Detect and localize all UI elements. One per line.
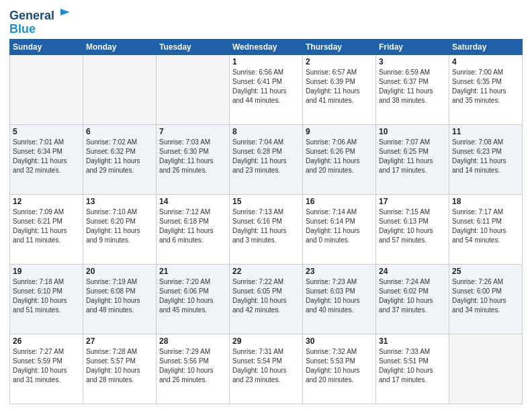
day-number: 9 xyxy=(306,127,373,136)
calendar-table: SundayMondayTuesdayWednesdayThursdayFrid… xyxy=(9,39,523,404)
svg-marker-0 xyxy=(60,9,70,15)
calendar-cell: 15Sunrise: 7:13 AM Sunset: 6:16 PM Dayli… xyxy=(230,194,303,264)
day-number: 8 xyxy=(232,127,300,136)
day-number: 12 xyxy=(13,197,80,206)
day-number: 22 xyxy=(232,267,300,276)
day-info: Sunrise: 7:28 AM Sunset: 5:57 PM Dayligh… xyxy=(86,347,153,385)
calendar-cell: 17Sunrise: 7:15 AM Sunset: 6:13 PM Dayli… xyxy=(376,194,449,264)
calendar-cell: 2Sunrise: 6:57 AM Sunset: 6:39 PM Daylig… xyxy=(303,54,376,124)
logo-blue: Blue xyxy=(9,23,71,35)
day-number: 11 xyxy=(452,127,519,136)
day-info: Sunrise: 7:26 AM Sunset: 6:00 PM Dayligh… xyxy=(452,277,519,315)
logo-text: General xyxy=(9,9,71,23)
day-number: 15 xyxy=(232,197,300,206)
day-number: 27 xyxy=(86,336,153,346)
day-number: 24 xyxy=(379,267,446,276)
day-number: 14 xyxy=(159,197,226,206)
day-info: Sunrise: 6:56 AM Sunset: 6:41 PM Dayligh… xyxy=(232,68,300,105)
day-info: Sunrise: 7:27 AM Sunset: 5:59 PM Dayligh… xyxy=(13,347,80,385)
day-number: 26 xyxy=(13,336,80,346)
day-info: Sunrise: 6:57 AM Sunset: 6:39 PM Dayligh… xyxy=(306,68,373,105)
calendar-cell: 12Sunrise: 7:09 AM Sunset: 6:21 PM Dayli… xyxy=(10,194,83,264)
calendar-cell: 9Sunrise: 7:06 AM Sunset: 6:26 PM Daylig… xyxy=(303,124,376,194)
day-info: Sunrise: 7:17 AM Sunset: 6:11 PM Dayligh… xyxy=(452,208,519,245)
calendar-cell: 26Sunrise: 7:27 AM Sunset: 5:59 PM Dayli… xyxy=(10,334,83,404)
logo: General Blue xyxy=(9,9,71,35)
day-info: Sunrise: 7:22 AM Sunset: 6:05 PM Dayligh… xyxy=(232,277,300,315)
calendar-cell xyxy=(449,334,523,404)
day-info: Sunrise: 7:13 AM Sunset: 6:16 PM Dayligh… xyxy=(232,208,300,245)
day-number: 20 xyxy=(86,267,153,276)
day-info: Sunrise: 7:18 AM Sunset: 6:10 PM Dayligh… xyxy=(13,277,80,315)
calendar-cell: 10Sunrise: 7:07 AM Sunset: 6:25 PM Dayli… xyxy=(376,124,449,194)
day-number: 2 xyxy=(306,57,373,66)
day-number: 3 xyxy=(379,57,446,66)
calendar-cell: 18Sunrise: 7:17 AM Sunset: 6:11 PM Dayli… xyxy=(449,194,523,264)
day-number: 4 xyxy=(452,57,519,66)
calendar-cell: 16Sunrise: 7:14 AM Sunset: 6:14 PM Dayli… xyxy=(303,194,376,264)
logo-flag-icon xyxy=(59,7,71,19)
day-number: 25 xyxy=(452,267,519,276)
day-info: Sunrise: 7:04 AM Sunset: 6:28 PM Dayligh… xyxy=(232,138,300,175)
day-info: Sunrise: 7:33 AM Sunset: 5:51 PM Dayligh… xyxy=(379,347,446,385)
day-info: Sunrise: 7:03 AM Sunset: 6:30 PM Dayligh… xyxy=(159,138,226,175)
day-info: Sunrise: 7:20 AM Sunset: 6:06 PM Dayligh… xyxy=(159,277,226,315)
calendar-cell xyxy=(157,54,230,124)
calendar-cell: 5Sunrise: 7:01 AM Sunset: 6:34 PM Daylig… xyxy=(10,124,83,194)
weekday-header-friday: Friday xyxy=(376,39,449,54)
calendar-cell: 7Sunrise: 7:03 AM Sunset: 6:30 PM Daylig… xyxy=(157,124,230,194)
day-number: 10 xyxy=(379,127,446,136)
weekday-header-row: SundayMondayTuesdayWednesdayThursdayFrid… xyxy=(10,39,523,54)
weekday-header-saturday: Saturday xyxy=(449,39,523,54)
day-info: Sunrise: 7:09 AM Sunset: 6:21 PM Dayligh… xyxy=(13,208,80,245)
day-info: Sunrise: 7:02 AM Sunset: 6:32 PM Dayligh… xyxy=(86,138,153,175)
page: General Blue SundayMondayTuesdayWednesda… xyxy=(0,0,532,411)
day-info: Sunrise: 7:24 AM Sunset: 6:02 PM Dayligh… xyxy=(379,277,446,315)
weekday-header-wednesday: Wednesday xyxy=(230,39,303,54)
calendar-cell: 27Sunrise: 7:28 AM Sunset: 5:57 PM Dayli… xyxy=(83,334,157,404)
header: General Blue xyxy=(9,7,523,35)
day-number: 30 xyxy=(306,336,373,346)
calendar-cell: 19Sunrise: 7:18 AM Sunset: 6:10 PM Dayli… xyxy=(10,264,83,334)
day-info: Sunrise: 7:10 AM Sunset: 6:20 PM Dayligh… xyxy=(86,208,153,245)
day-info: Sunrise: 7:31 AM Sunset: 5:54 PM Dayligh… xyxy=(232,347,300,385)
day-info: Sunrise: 7:19 AM Sunset: 6:08 PM Dayligh… xyxy=(86,277,153,315)
calendar-cell xyxy=(83,54,157,124)
day-info: Sunrise: 7:15 AM Sunset: 6:13 PM Dayligh… xyxy=(379,208,446,245)
calendar-week-3: 12Sunrise: 7:09 AM Sunset: 6:21 PM Dayli… xyxy=(10,194,523,264)
day-number: 18 xyxy=(452,197,519,206)
day-number: 29 xyxy=(232,336,300,346)
weekday-header-sunday: Sunday xyxy=(10,39,83,54)
day-number: 19 xyxy=(13,267,80,276)
day-number: 23 xyxy=(306,267,373,276)
calendar-cell: 8Sunrise: 7:04 AM Sunset: 6:28 PM Daylig… xyxy=(230,124,303,194)
calendar-cell: 25Sunrise: 7:26 AM Sunset: 6:00 PM Dayli… xyxy=(449,264,523,334)
day-number: 28 xyxy=(159,336,226,346)
weekday-header-monday: Monday xyxy=(83,39,157,54)
day-info: Sunrise: 7:01 AM Sunset: 6:34 PM Dayligh… xyxy=(13,138,80,175)
day-info: Sunrise: 7:14 AM Sunset: 6:14 PM Dayligh… xyxy=(306,208,373,245)
calendar-cell: 28Sunrise: 7:29 AM Sunset: 5:56 PM Dayli… xyxy=(157,334,230,404)
calendar-cell: 24Sunrise: 7:24 AM Sunset: 6:02 PM Dayli… xyxy=(376,264,449,334)
day-info: Sunrise: 7:06 AM Sunset: 6:26 PM Dayligh… xyxy=(306,138,373,175)
day-info: Sunrise: 7:12 AM Sunset: 6:18 PM Dayligh… xyxy=(159,208,226,245)
day-number: 16 xyxy=(306,197,373,206)
day-number: 1 xyxy=(232,57,300,66)
day-info: Sunrise: 6:59 AM Sunset: 6:37 PM Dayligh… xyxy=(379,68,446,105)
calendar-cell: 3Sunrise: 6:59 AM Sunset: 6:37 PM Daylig… xyxy=(376,54,449,124)
calendar-cell: 23Sunrise: 7:23 AM Sunset: 6:03 PM Dayli… xyxy=(303,264,376,334)
day-number: 5 xyxy=(13,127,80,136)
calendar-cell: 13Sunrise: 7:10 AM Sunset: 6:20 PM Dayli… xyxy=(83,194,157,264)
day-number: 6 xyxy=(86,127,153,136)
calendar-cell: 21Sunrise: 7:20 AM Sunset: 6:06 PM Dayli… xyxy=(157,264,230,334)
calendar-cell xyxy=(10,54,83,124)
calendar-cell: 14Sunrise: 7:12 AM Sunset: 6:18 PM Dayli… xyxy=(157,194,230,264)
calendar-cell: 20Sunrise: 7:19 AM Sunset: 6:08 PM Dayli… xyxy=(83,264,157,334)
calendar-cell: 29Sunrise: 7:31 AM Sunset: 5:54 PM Dayli… xyxy=(230,334,303,404)
day-number: 13 xyxy=(86,197,153,206)
day-number: 17 xyxy=(379,197,446,206)
calendar-cell: 4Sunrise: 7:00 AM Sunset: 6:35 PM Daylig… xyxy=(449,54,523,124)
calendar-cell: 31Sunrise: 7:33 AM Sunset: 5:51 PM Dayli… xyxy=(376,334,449,404)
calendar-cell: 6Sunrise: 7:02 AM Sunset: 6:32 PM Daylig… xyxy=(83,124,157,194)
calendar-week-2: 5Sunrise: 7:01 AM Sunset: 6:34 PM Daylig… xyxy=(10,124,523,194)
